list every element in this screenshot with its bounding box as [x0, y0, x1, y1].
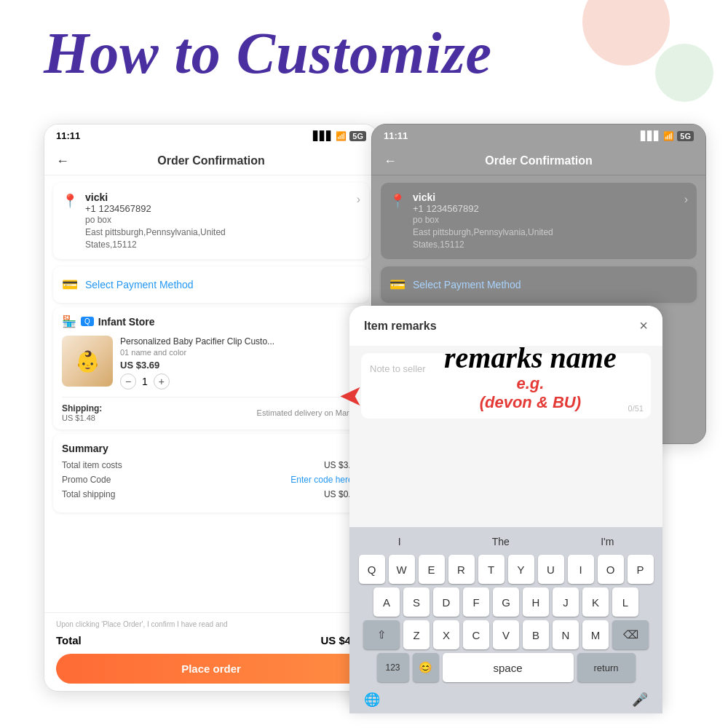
qty-number-left: 1 — [142, 376, 148, 387]
store-name-row: 🏪 Q Infant Store — [62, 314, 155, 328]
suggestion-the[interactable]: The — [492, 536, 510, 547]
screen-title-right: Order Confirmation — [485, 154, 593, 167]
status-bar-left: 11:11 ▋▋▋ 📶 5G — [44, 124, 378, 147]
modal-header: Item remarks × — [349, 306, 662, 346]
key-emoji[interactable]: 😊 — [413, 653, 439, 682]
place-order-button[interactable]: Place order — [56, 654, 366, 684]
product-image-placeholder: 👶 — [62, 336, 113, 387]
shipping-label-left: Shipping: — [62, 403, 102, 414]
address-line1-left: po box — [85, 214, 349, 226]
chevron-right-address: › — [357, 193, 360, 206]
address-phone-left: +1 1234567892 — [85, 203, 349, 214]
key-q[interactable]: Q — [359, 555, 385, 584]
modal-input-area[interactable]: Note to seller 0/51 — [361, 353, 651, 419]
key-globe[interactable]: 🌐 — [364, 692, 380, 708]
summary-title-left: Summary — [62, 443, 360, 454]
keyboard-bottom: 🌐 🎤 — [352, 686, 660, 711]
suggestion-im[interactable]: I'm — [601, 536, 614, 547]
address-line2-left: East pittsburgh,Pennsylvania,United — [85, 226, 349, 239]
store-name-left: Infant Store — [98, 316, 155, 328]
keyboard-suggestions: I The I'm — [352, 533, 660, 552]
key-p[interactable]: P — [628, 555, 654, 584]
back-button-left[interactable]: ← — [56, 154, 69, 169]
address-line1-right: po box — [413, 214, 677, 226]
key-d[interactable]: D — [433, 587, 459, 617]
suggestion-i[interactable]: I — [398, 536, 401, 547]
key-n[interactable]: N — [553, 620, 579, 649]
key-j[interactable]: J — [553, 587, 579, 617]
chevron-right-address-right: › — [684, 193, 688, 206]
modal-close-button[interactable]: × — [639, 317, 648, 334]
battery-icon-right: 5G — [677, 131, 694, 141]
address-section-right: 📍 vicki +1 1234567892 po box East pittsb… — [381, 183, 697, 259]
item-remarks-modal: Item remarks × Note to seller 0/51 remar… — [349, 306, 662, 713]
signal-icon-right: ▋▋▋ — [641, 131, 660, 141]
time-left: 11:11 — [56, 130, 80, 141]
summary-row-shipping: Total shipping US $0.48 — [62, 489, 360, 499]
address-line3-right: States,15112 — [413, 239, 677, 251]
key-b[interactable]: B — [523, 620, 549, 649]
address-name-right: vicki — [413, 191, 677, 203]
key-g[interactable]: G — [493, 587, 519, 617]
key-e[interactable]: E — [419, 555, 445, 584]
key-v[interactable]: V — [493, 620, 519, 649]
product-name-left: Personalized Baby Pacifier Clip Custo... — [120, 336, 360, 348]
address-line3-left: States,15112 — [85, 239, 349, 251]
key-space[interactable]: space — [443, 653, 574, 682]
store-icon-left: 🏪 — [62, 314, 76, 328]
wifi-icon: 📶 — [336, 131, 347, 141]
payment-section-left[interactable]: 💳 Select Payment Method — [53, 266, 369, 303]
key-y[interactable]: Y — [508, 555, 534, 584]
signal-icon: ▋▋▋ — [313, 131, 333, 141]
payment-section-right: 💳 Select Payment Method — [381, 266, 697, 303]
key-num[interactable]: 123 — [377, 653, 409, 682]
key-m[interactable]: M — [582, 620, 609, 649]
keyboard-row1: Q W E R T Y U I O P — [352, 555, 660, 584]
page-title: How to Customize — [44, 20, 492, 87]
key-r[interactable]: R — [448, 555, 475, 584]
payment-label-right: Select Payment Method — [413, 279, 521, 290]
screen-title-left: Order Confirmation — [157, 154, 265, 167]
key-return[interactable]: return — [577, 653, 636, 682]
location-icon-right: 📍 — [389, 193, 405, 209]
key-w[interactable]: W — [389, 555, 415, 584]
status-bar-right: 11:11 ▋▋▋ 📶 5G — [372, 124, 705, 147]
qty-increase-left[interactable]: + — [154, 373, 170, 389]
modal-placeholder: Note to seller — [370, 363, 426, 374]
shipping-amount-left: US $1.48 — [62, 414, 102, 422]
key-x[interactable]: X — [433, 620, 459, 649]
key-s[interactable]: S — [403, 587, 430, 617]
key-c[interactable]: C — [463, 620, 489, 649]
summary-row-promo[interactable]: Promo Code Enter code here > — [62, 475, 360, 485]
back-button-right[interactable]: ← — [384, 154, 397, 169]
address-section-left[interactable]: 📍 vicki +1 1234567892 po box East pittsb… — [53, 183, 369, 259]
key-mic[interactable]: 🎤 — [632, 692, 648, 708]
key-k[interactable]: K — [582, 587, 609, 617]
arrow-indicator: ➤ — [339, 379, 363, 412]
keyboard-row4: 123 😊 space return — [352, 653, 660, 682]
key-l[interactable]: L — [612, 587, 638, 617]
status-icons-right: ▋▋▋ 📶 5G — [641, 131, 694, 141]
qty-decrease-left[interactable]: − — [120, 373, 136, 389]
key-t[interactable]: T — [478, 555, 505, 584]
summary-shipping-label: Total shipping — [62, 489, 115, 499]
address-info-right: vicki +1 1234567892 po box East pittsbur… — [413, 191, 677, 250]
total-row-left: Total US $4.07 — [56, 634, 366, 646]
product-image-left: 👶 — [62, 336, 113, 387]
keyboard-row3: ⇧ Z X C V B N M ⌫ — [352, 620, 660, 649]
status-icons-left: ▋▋▋ 📶 5G — [313, 131, 366, 141]
key-o[interactable]: O — [598, 555, 624, 584]
key-z[interactable]: Z — [403, 620, 430, 649]
address-name-left: vicki — [85, 191, 349, 203]
key-shift[interactable]: ⇧ — [363, 620, 400, 649]
product-info-left: Personalized Baby Pacifier Clip Custo...… — [120, 336, 360, 389]
key-f[interactable]: F — [463, 587, 489, 617]
key-backspace[interactable]: ⌫ — [612, 620, 649, 649]
keyboard-row2: A S D F G H J K L — [352, 587, 660, 617]
key-h[interactable]: H — [523, 587, 549, 617]
key-a[interactable]: A — [373, 587, 400, 617]
address-info-left: vicki +1 1234567892 po box East pittsbur… — [85, 191, 349, 250]
modal-title: Item remarks — [364, 320, 437, 333]
key-i[interactable]: I — [568, 555, 594, 584]
key-u[interactable]: U — [538, 555, 564, 584]
